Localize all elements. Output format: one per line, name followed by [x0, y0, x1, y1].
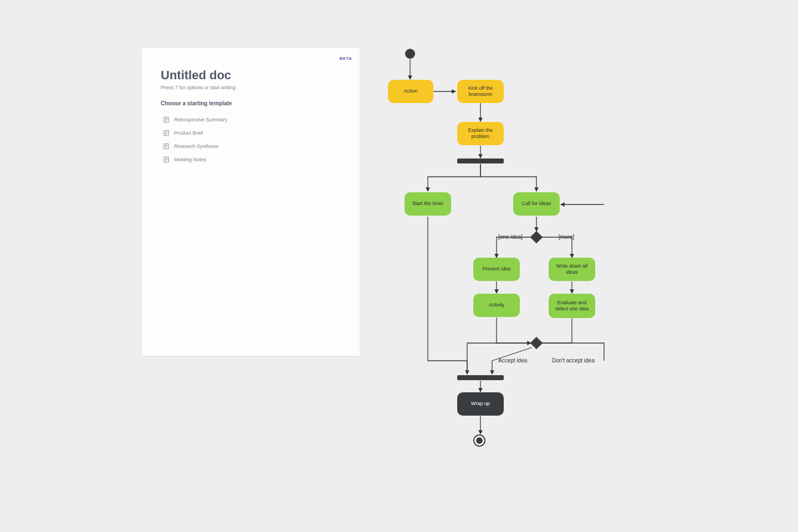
beta-badge: BETA — [340, 56, 352, 61]
document-hint: Press '/' for options or start writing — [161, 85, 341, 90]
template-item-research-synthesis[interactable]: Research Synthesis — [161, 140, 341, 153]
node-label: Evaluate and select one idea — [551, 300, 593, 313]
node-label: Wrap up — [471, 401, 490, 407]
template-label: Product Brief — [174, 130, 203, 136]
node-evaluate[interactable]: Evaluate and select one idea — [549, 294, 595, 318]
node-write-all[interactable]: Write down all ideas — [549, 258, 595, 281]
doc-template-icon — [163, 130, 170, 136]
template-item-retrospective[interactable]: Retrospective Summary — [161, 113, 341, 126]
node-label: Action — [403, 88, 417, 94]
doc-template-icon — [163, 116, 170, 123]
template-label: Research Synthesis — [174, 144, 218, 149]
node-label: Present Idea — [482, 266, 510, 272]
template-label: Meeting Notes — [174, 157, 206, 162]
flowchart-canvas[interactable]: Action Kick off the brainstorm Explain t… — [388, 47, 665, 452]
flowchart-connectors — [388, 47, 665, 452]
edge-label-dont-accept: Don't accept idea — [552, 357, 595, 364]
template-item-meeting-notes[interactable]: Meeting Notes — [161, 153, 341, 166]
node-kickoff[interactable]: Kick off the brainstorm — [457, 80, 504, 103]
node-label: Activity — [489, 302, 505, 308]
edge-label-accept: Accept idea — [498, 357, 527, 364]
document-panel: BETA Untitled doc Press '/' for options … — [142, 48, 360, 356]
node-start-timer[interactable]: Start the timer — [405, 192, 451, 216]
end-node[interactable] — [473, 434, 485, 447]
node-label: Call for ideas — [522, 201, 551, 207]
template-item-product-brief[interactable]: Product Brief — [161, 126, 341, 140]
choose-template-heading: Choose a starting template — [161, 100, 341, 106]
node-label: Start the timer — [412, 201, 444, 207]
node-explain[interactable]: Explain the problem — [457, 122, 504, 145]
start-node[interactable] — [405, 49, 415, 59]
edge-label-one-idea: [one idea] — [498, 234, 523, 240]
node-wrapup[interactable]: Wrap up — [457, 392, 504, 416]
decision-diamond-accept[interactable] — [530, 337, 543, 350]
document-body: Untitled doc Press '/' for options or st… — [142, 48, 360, 166]
node-label: Write down all ideas — [551, 263, 593, 276]
document-title[interactable]: Untitled doc — [161, 68, 341, 83]
doc-template-icon — [163, 156, 170, 163]
node-action[interactable]: Action — [388, 80, 433, 103]
join-bar-bottom[interactable] — [457, 375, 504, 380]
template-label: Retrospective Summary — [174, 117, 227, 122]
node-label: Kick off the brainstorm — [459, 85, 502, 98]
node-present-idea[interactable]: Present Idea — [473, 258, 520, 281]
edge-label-more: [more] — [559, 234, 574, 240]
node-activity[interactable]: Activity — [473, 294, 520, 317]
node-label: Explain the problem — [459, 127, 502, 140]
template-list: Retrospective Summary Product Brief Rese… — [161, 113, 341, 166]
fork-bar-top[interactable] — [457, 158, 504, 163]
decision-diamond-ideas[interactable] — [530, 231, 543, 244]
node-call-ideas[interactable]: Call for ideas — [513, 192, 560, 216]
doc-template-icon — [163, 143, 170, 150]
